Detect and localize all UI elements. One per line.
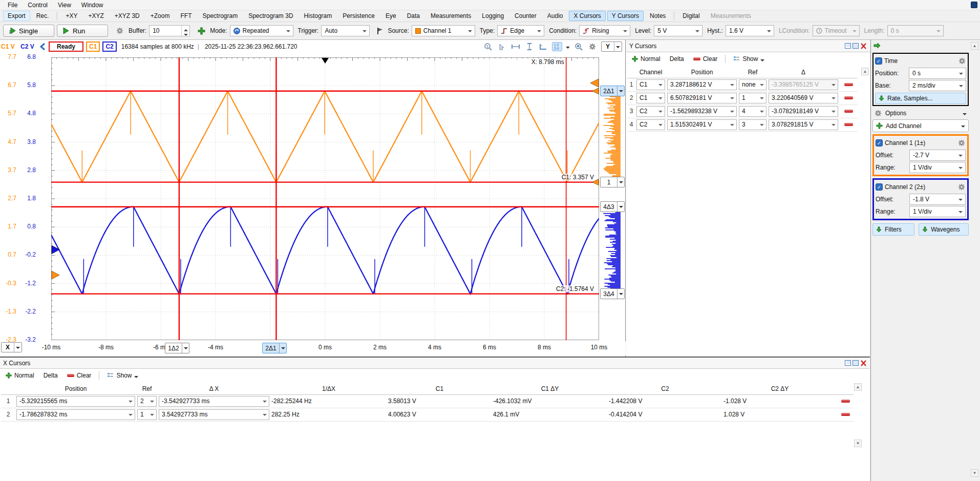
condition-select[interactable]: Rising — [579, 25, 630, 36]
run-button[interactable]: Run — [57, 25, 108, 37]
position-select[interactable]: 6.507829181 V — [667, 93, 737, 103]
vertical-measure-icon[interactable] — [524, 42, 535, 51]
window-restore-icon[interactable] — [971, 2, 977, 8]
trigger-select[interactable]: Auto — [321, 25, 370, 36]
y-cursor-marker-4[interactable]: 4Δ3 — [600, 201, 625, 212]
float-window-icon[interactable] — [845, 43, 851, 49]
position-select[interactable]: -5.329215565 ms — [16, 396, 135, 407]
scroll-down-icon[interactable]: ▼ — [854, 440, 862, 447]
channel2-checkbox[interactable] — [876, 183, 883, 191]
channel-select[interactable]: C1 — [636, 93, 665, 103]
channel2-gear-icon[interactable] — [957, 183, 966, 191]
add-normal-cursor-button[interactable]: Normal — [2, 371, 38, 380]
ref-select[interactable]: 3 — [739, 119, 766, 130]
menu-view[interactable]: View — [53, 1, 76, 10]
type-select[interactable]: Edge — [497, 25, 544, 36]
viewbar-xyz[interactable]: +XYZ — [83, 11, 108, 21]
buffer-gear-icon[interactable] — [116, 27, 124, 35]
channel2-offset-select[interactable]: -1.8 V — [909, 194, 966, 205]
ref-select[interactable]: 2 — [137, 396, 157, 407]
viewbar-histogram[interactable]: Histogram — [300, 11, 337, 21]
remove-cursor-button[interactable] — [841, 413, 850, 416]
position-select[interactable]: -1.786287832 ms — [16, 409, 135, 420]
clear-cursors-button[interactable]: Clear — [63, 371, 95, 380]
plot-gear-icon[interactable] — [587, 42, 598, 51]
delta-select[interactable]: 3.078291815 V — [769, 119, 838, 130]
channel1-offset-select[interactable]: -2.7 V — [909, 150, 966, 161]
buffer-spinner[interactable] — [181, 26, 189, 36]
options-row[interactable]: Options — [874, 109, 967, 117]
viewbar-spectrogram-3d[interactable]: Spectrogram 3D — [244, 11, 297, 21]
viewbar-measurements[interactable]: Measurements — [426, 11, 476, 21]
viewbar-xy[interactable]: +XY — [61, 11, 82, 21]
remove-cursor-button[interactable] — [844, 123, 853, 126]
ref-select[interactable]: 4 — [739, 106, 766, 117]
ref-select[interactable]: 1 — [137, 409, 157, 420]
timeout-select[interactable]: Timeout — [813, 25, 860, 36]
position-select[interactable]: 1.515302491 V — [667, 119, 737, 130]
viewbar-y-cursors[interactable]: Y Cursors — [607, 11, 644, 21]
delta-select[interactable]: -3.0782918149 V — [769, 106, 838, 117]
position-select[interactable]: -1.5629893238 V — [667, 106, 737, 117]
pointer-icon[interactable] — [497, 42, 507, 51]
channel1-gear-icon[interactable] — [957, 139, 966, 147]
close-icon[interactable] — [860, 360, 867, 366]
viewbar-eye[interactable]: Eye — [381, 11, 401, 21]
viewbar-data[interactable]: Data — [402, 11, 424, 21]
viewbar-spectrogram[interactable]: Spectrogram — [198, 11, 242, 21]
single-button[interactable]: 1 Single — [3, 25, 54, 37]
menu-control[interactable]: Control — [23, 1, 52, 10]
delta-x-select[interactable]: 3.542927733 ms — [159, 409, 269, 420]
channel-select[interactable]: C2 — [636, 106, 665, 117]
float-window-icon[interactable] — [845, 360, 851, 366]
channel2-range-select[interactable]: 1 V/div — [909, 206, 966, 217]
viewbar-xyz-3d[interactable]: +XYZ 3D — [110, 11, 144, 21]
viewbar-audio[interactable]: Audio — [543, 11, 568, 21]
viewbar-counter[interactable]: Counter — [510, 11, 541, 21]
delta-select[interactable]: 3.220640569 V — [769, 93, 838, 103]
x-cursor-marker-1[interactable]: 1Δ2 — [165, 343, 189, 353]
channel1-range-select[interactable]: 1 V/div — [909, 162, 966, 173]
grid-1234-button[interactable]: 1 23 4 — [552, 42, 562, 51]
wavegens-button[interactable]: Wavegens — [919, 223, 969, 236]
viewbar-notes[interactable]: Notes — [645, 11, 670, 21]
scroll-down-icon[interactable]: ▼ — [971, 469, 978, 477]
menu-window[interactable]: Window — [77, 1, 108, 10]
viewbar-zoom[interactable]: +Zoom — [146, 11, 175, 21]
viewbar-digital[interactable]: Digital — [678, 11, 704, 21]
buffer-input[interactable]: 10 — [149, 25, 190, 36]
viewbar-logging[interactable]: Logging — [477, 11, 508, 21]
expand-right-icon[interactable] — [873, 42, 881, 49]
add-delta-cursor-button[interactable]: Delta — [40, 371, 61, 380]
viewbar-x-cursors[interactable]: X Cursors — [569, 11, 605, 21]
viewbar-export[interactable]: Export — [3, 11, 30, 21]
time-base-select[interactable]: 2 ms/div — [909, 80, 966, 91]
remove-cursor-button[interactable] — [844, 110, 853, 113]
ref-select[interactable]: none — [739, 79, 766, 90]
maximize-icon[interactable] — [853, 360, 859, 366]
c1-badge[interactable]: C1 — [86, 41, 100, 52]
remove-cursor-button[interactable] — [841, 400, 850, 403]
position-select[interactable]: 3.287188612 V — [667, 79, 737, 90]
level-select[interactable]: 5 V — [654, 25, 702, 36]
channel1-checkbox[interactable] — [876, 139, 883, 147]
y-scale-button[interactable]: Y — [601, 41, 622, 52]
x-cursor-marker-2[interactable]: 2Δ1 — [262, 343, 287, 353]
mode-select[interactable]: Repeated — [230, 25, 293, 36]
horizontal-measure-icon[interactable] — [510, 42, 521, 51]
remove-cursor-button[interactable] — [844, 83, 853, 86]
maximize-icon[interactable] — [853, 43, 859, 49]
x-scale-button[interactable]: X — [1, 342, 22, 352]
delta-select[interactable]: -3.3985765125 V — [769, 79, 838, 90]
corner-measure-icon[interactable] — [538, 42, 548, 51]
show-menu-button[interactable]: Show — [103, 370, 142, 381]
rate-samples-button[interactable]: Rate, Samples... — [875, 93, 966, 104]
add-normal-cursor-button[interactable]: Normal — [628, 54, 664, 64]
menu-file[interactable]: File — [3, 1, 22, 10]
channel-select[interactable]: C1 — [636, 79, 665, 90]
y-cursor-marker-3[interactable]: 3Δ4 — [600, 288, 625, 299]
zoom-one-icon[interactable]: 1 — [483, 42, 493, 51]
time-checkbox[interactable] — [875, 57, 882, 65]
filters-button[interactable]: Filters — [872, 223, 914, 236]
y-cursor-marker-2[interactable]: 2Δ1 — [600, 86, 625, 96]
